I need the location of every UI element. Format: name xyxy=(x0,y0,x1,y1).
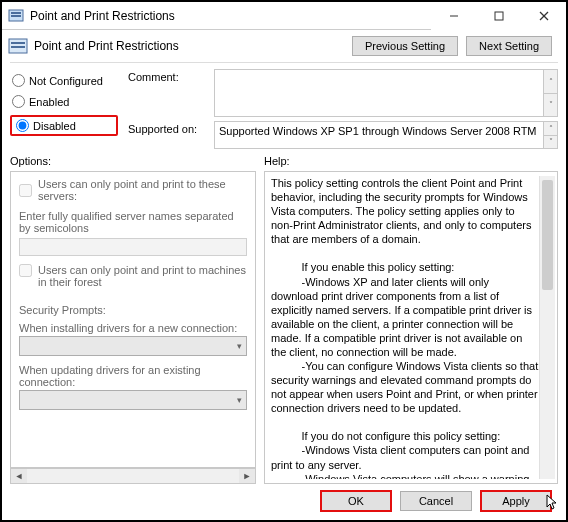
window-title: Point and Print Restrictions xyxy=(30,9,431,23)
opt-servers-label: Users can only point and print to these … xyxy=(38,178,247,202)
radio-enabled[interactable]: Enabled xyxy=(10,94,118,109)
supported-value: Supported Windows XP SP1 through Windows… xyxy=(215,122,543,148)
help-header: Help: xyxy=(264,155,558,167)
help-pane: Help: This policy setting controls the c… xyxy=(264,155,558,484)
opt-forest-checkbox xyxy=(19,264,32,277)
install-drivers-select: ▾ xyxy=(19,336,247,356)
options-pane: Options: Users can only point and print … xyxy=(10,155,256,484)
comment-down-icon[interactable]: ˅ xyxy=(544,94,557,117)
supported-up-icon[interactable]: ˄ xyxy=(544,122,557,136)
chevron-down-icon: ▾ xyxy=(237,395,242,405)
app-icon xyxy=(8,8,24,24)
config-row: Not Configured Enabled Disabled Comment:… xyxy=(2,65,566,149)
opt-servers-hint: Enter fully qualified server names separ… xyxy=(19,210,247,234)
update-drivers-label: When updating drivers for an existing co… xyxy=(19,364,247,388)
supported-label: Supported on: xyxy=(128,121,206,135)
comment-label: Comment: xyxy=(128,69,206,83)
supported-spin: ˄ ˅ xyxy=(543,122,557,148)
install-drivers-label: When installing drivers for a new connec… xyxy=(19,322,247,334)
policy-title: Point and Print Restrictions xyxy=(34,39,352,53)
opt-servers-input xyxy=(19,238,247,256)
titlebar: Point and Print Restrictions xyxy=(2,2,566,30)
help-vscroll[interactable] xyxy=(539,176,555,479)
radio-disabled-label: Disabled xyxy=(33,120,76,132)
radio-not-configured-label: Not Configured xyxy=(29,75,103,87)
comment-spin: ˄ ˅ xyxy=(543,70,557,116)
cancel-button[interactable]: Cancel xyxy=(400,491,472,511)
opt-forest-label: Users can only point and print to machin… xyxy=(38,264,247,288)
comment-up-icon[interactable]: ˄ xyxy=(544,70,557,94)
previous-setting-button[interactable]: Previous Setting xyxy=(352,36,458,56)
scroll-right-icon[interactable]: ► xyxy=(239,469,255,483)
state-radios: Not Configured Enabled Disabled xyxy=(10,69,118,149)
dialog-footer: OK Cancel Apply xyxy=(2,484,566,520)
panes: Options: Users can only point and print … xyxy=(10,155,558,484)
policy-header: Point and Print Restrictions Previous Se… xyxy=(2,30,566,60)
options-hscroll[interactable]: ◄ ► xyxy=(10,468,256,484)
help-text: This policy setting controls the client … xyxy=(271,176,539,479)
radio-disabled-highlight: Disabled xyxy=(10,115,118,136)
scroll-thumb[interactable] xyxy=(542,180,553,290)
radio-enabled-input[interactable] xyxy=(12,95,25,108)
next-setting-button[interactable]: Next Setting xyxy=(466,36,552,56)
radio-disabled-input[interactable] xyxy=(16,119,29,132)
supported-box: Supported Windows XP SP1 through Windows… xyxy=(214,121,558,149)
comment-value xyxy=(215,70,543,116)
svg-rect-4 xyxy=(495,12,503,20)
maximize-button[interactable] xyxy=(476,2,521,30)
update-drivers-select: ▾ xyxy=(19,390,247,410)
radio-enabled-label: Enabled xyxy=(29,96,69,108)
comment-box[interactable]: ˄ ˅ xyxy=(214,69,558,117)
radio-not-configured[interactable]: Not Configured xyxy=(10,73,118,88)
close-button[interactable] xyxy=(521,2,566,30)
opt-servers-checkbox xyxy=(19,184,32,197)
policy-icon xyxy=(8,36,28,56)
radio-not-configured-input[interactable] xyxy=(12,74,25,87)
ok-button[interactable]: OK xyxy=(320,490,392,512)
security-prompts-label: Security Prompts: xyxy=(19,304,247,316)
apply-button[interactable]: Apply xyxy=(480,490,552,512)
svg-rect-1 xyxy=(11,12,21,14)
radio-disabled[interactable]: Disabled xyxy=(16,119,76,132)
svg-rect-9 xyxy=(11,46,25,48)
svg-rect-8 xyxy=(11,42,25,44)
opt-forest-row: Users can only point and print to machin… xyxy=(19,264,247,288)
help-body: This policy setting controls the client … xyxy=(264,171,558,484)
separator xyxy=(10,62,558,63)
opt-servers-row: Users can only point and print to these … xyxy=(19,178,247,202)
scroll-left-icon[interactable]: ◄ xyxy=(11,469,27,483)
supported-down-icon[interactable]: ˅ xyxy=(544,136,557,149)
options-body: Users can only point and print to these … xyxy=(10,171,256,468)
svg-rect-2 xyxy=(11,15,21,17)
chevron-down-icon: ▾ xyxy=(237,341,242,351)
options-header: Options: xyxy=(10,155,256,167)
meta-column: Comment: ˄ ˅ Supported on: Supported Win… xyxy=(128,69,558,149)
minimize-button[interactable] xyxy=(431,2,476,30)
